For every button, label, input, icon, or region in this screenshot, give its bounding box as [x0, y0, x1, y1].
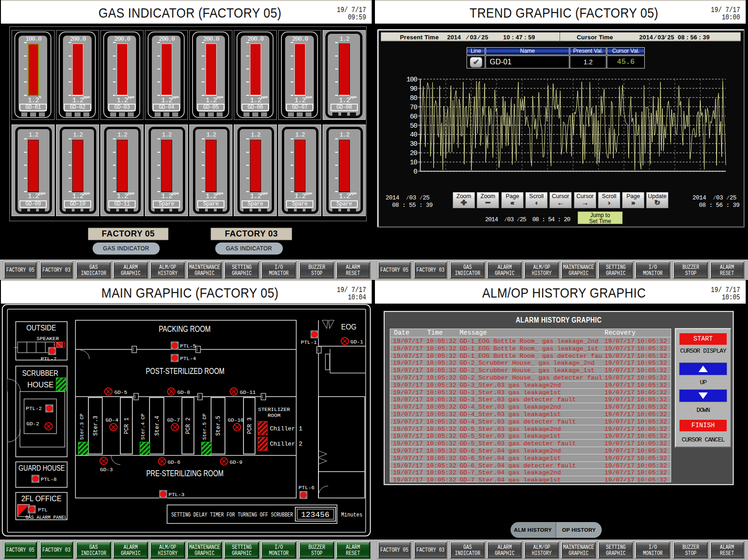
svg-text:Ster.5: Ster.5 — [215, 416, 222, 436]
svg-text:SETTING DELAY TIMER FOR TURNIN: SETTING DELAY TIMER FOR TURNING OFF SCRU… — [171, 512, 293, 518]
svg-text:2FL OFFICE: 2FL OFFICE — [21, 494, 62, 503]
svg-text:GD-10: GD-10 — [228, 417, 244, 423]
svg-text:0: 0 — [413, 168, 417, 175]
svg-text:PTL-5: PTL-5 — [180, 343, 196, 349]
svg-text:40: 40 — [410, 131, 418, 138]
svg-text:60: 60 — [410, 113, 418, 120]
svg-text:OUTSIDE: OUTSIDE — [26, 324, 56, 332]
svg-text:123456: 123456 — [301, 510, 329, 519]
svg-text:PTL: PTL — [38, 507, 48, 513]
svg-text:POST-STERILIZED ROOM: POST-STERILIZED ROOM — [146, 367, 224, 376]
svg-text:GD-5: GD-5 — [114, 389, 127, 395]
svg-text:PTL-4: PTL-4 — [180, 355, 196, 361]
svg-text:80: 80 — [410, 94, 418, 102]
svg-text:GD-9: GD-9 — [230, 459, 243, 465]
svg-text:50: 50 — [410, 122, 418, 130]
svg-text:PCR 3: PCR 3 — [247, 417, 253, 434]
svg-text:PRE-STERILIZING ROOM: PRE-STERILIZING ROOM — [146, 469, 224, 478]
svg-text:GAS ALARM PANEL: GAS ALARM PANEL — [25, 515, 67, 520]
svg-text:100: 100 — [406, 76, 417, 83]
svg-text:GD-2: GD-2 — [26, 421, 39, 427]
svg-text:GD-7: GD-7 — [167, 417, 180, 423]
svg-text:PTL-3: PTL-3 — [168, 492, 185, 498]
svg-text:PTL-1: PTL-1 — [301, 339, 317, 345]
svg-text:Chiller 1: Chiller 1 — [270, 425, 302, 432]
svg-text:PTL-7: PTL-7 — [41, 356, 57, 362]
svg-text:PCR 2: PCR 2 — [185, 417, 192, 434]
svg-text:EOG: EOG — [341, 323, 356, 331]
svg-text:Chiller 2: Chiller 2 — [270, 441, 302, 448]
svg-text:GD-11: GD-11 — [240, 389, 256, 395]
svg-text:GD-4: GD-4 — [106, 417, 118, 423]
svg-text:GD-6: GD-6 — [168, 459, 181, 465]
svg-text:GUARD HOUSE: GUARD HOUSE — [19, 464, 65, 473]
svg-text:70: 70 — [410, 104, 418, 111]
svg-text:PACKING ROOM: PACKING ROOM — [159, 324, 211, 334]
svg-text:SCRUBBER: SCRUBBER — [22, 369, 58, 378]
svg-text:PTL-8: PTL-8 — [41, 476, 57, 482]
svg-text:PCR 1: PCR 1 — [124, 417, 130, 434]
svg-text:ROOM: ROOM — [268, 412, 280, 418]
svg-text:Ster.5 CP: Ster.5 CP — [202, 414, 207, 440]
svg-text:PTL-6: PTL-6 — [299, 485, 315, 491]
svg-text:90: 90 — [410, 85, 418, 93]
svg-text:Ster.3 CP: Ster.3 CP — [79, 414, 85, 440]
svg-text:Ster.3: Ster.3 — [93, 416, 99, 436]
svg-text:HOUSE: HOUSE — [27, 380, 54, 389]
svg-text:30: 30 — [410, 140, 418, 148]
svg-text:10: 10 — [410, 159, 418, 166]
svg-text:Ster.4 CP: Ster.4 CP — [140, 414, 146, 440]
svg-text:PTL-2: PTL-2 — [26, 405, 42, 411]
svg-text:GD-3: GD-3 — [100, 467, 113, 473]
svg-text:GD-1: GD-1 — [350, 339, 363, 345]
svg-text:Minutes: Minutes — [341, 512, 362, 518]
svg-text:SPEAKER: SPEAKER — [37, 336, 59, 342]
svg-text:Ster.4: Ster.4 — [154, 416, 161, 436]
svg-text:GD-8: GD-8 — [177, 389, 190, 395]
svg-text:20: 20 — [410, 149, 418, 157]
svg-text:STERILIZER: STERILIZER — [258, 406, 290, 412]
